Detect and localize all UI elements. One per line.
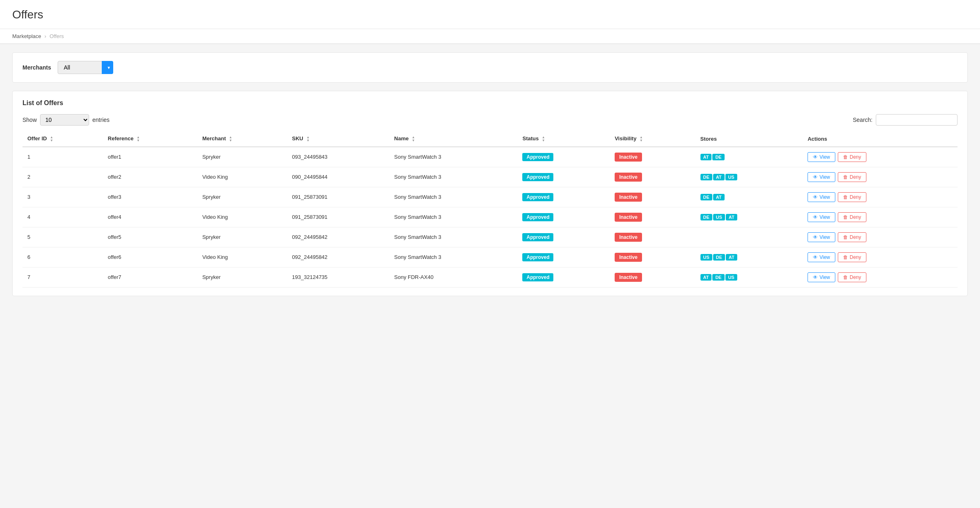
cell-id: 2 [22, 167, 103, 187]
deny-button[interactable]: 🗑 Deny [838, 192, 866, 202]
page-header: Offers [0, 0, 980, 29]
store-tag: DE [700, 214, 712, 220]
trash-icon: 🗑 [843, 214, 848, 220]
status-badge: Approved [522, 173, 553, 181]
deny-label: Deny [850, 174, 861, 180]
deny-button[interactable]: 🗑 Deny [838, 252, 866, 262]
store-tag: DE [700, 194, 712, 200]
status-badge: Approved [522, 213, 553, 221]
cell-status: Approved [517, 247, 610, 267]
cell-id: 7 [22, 267, 103, 287]
sort-reference-icon: ▲▼ [136, 136, 140, 142]
deny-button[interactable]: 🗑 Deny [838, 212, 866, 222]
show-label: Show [22, 117, 37, 123]
cell-merchant: Video King [197, 247, 287, 267]
table-row: 1 offer1 Spryker 093_24495843 Sony Smart… [22, 147, 958, 167]
entries-select[interactable]: 10 25 50 100 [40, 114, 89, 126]
view-button[interactable]: 👁 View [808, 152, 835, 162]
store-tag: AT [700, 154, 712, 160]
search-box: Search: [853, 114, 958, 126]
visibility-badge: Inactive [615, 253, 642, 262]
cell-sku: 091_25873091 [287, 187, 389, 207]
cell-id: 6 [22, 247, 103, 267]
cell-sku: 193_32124735 [287, 267, 389, 287]
cell-actions: 👁 View 🗑 Deny [803, 207, 958, 227]
cell-stores: DEATUS [696, 167, 803, 187]
cell-stores: DEAT [696, 187, 803, 207]
cell-status: Approved [517, 227, 610, 247]
search-label: Search: [853, 117, 873, 123]
table-row: 6 offer6 Video King 092_24495842 Sony Sm… [22, 247, 958, 267]
eye-icon: 👁 [813, 194, 818, 200]
cell-name: Sony SmartWatch 3 [389, 167, 518, 187]
col-merchant[interactable]: Merchant ▲▼ [197, 131, 287, 147]
cell-visibility: Inactive [610, 267, 695, 287]
store-tag: DE [700, 174, 712, 180]
cell-name: Sony SmartWatch 3 [389, 207, 518, 227]
show-entries: Show 10 25 50 100 entries [22, 114, 110, 126]
deny-label: Deny [850, 274, 861, 280]
view-button[interactable]: 👁 View [808, 192, 835, 202]
cell-visibility: Inactive [610, 187, 695, 207]
deny-button[interactable]: 🗑 Deny [838, 272, 866, 282]
cell-actions: 👁 View 🗑 Deny [803, 147, 958, 167]
cell-actions: 👁 View 🗑 Deny [803, 167, 958, 187]
trash-icon: 🗑 [843, 194, 848, 200]
cell-actions: 👁 View 🗑 Deny [803, 267, 958, 287]
view-button[interactable]: 👁 View [808, 252, 835, 262]
merchants-select[interactable]: All Spryker Video King [58, 61, 113, 74]
eye-icon: 👁 [813, 154, 818, 160]
view-button[interactable]: 👁 View [808, 172, 835, 182]
view-button[interactable]: 👁 View [808, 212, 835, 222]
entries-label: entries [92, 117, 110, 123]
col-sku[interactable]: SKU ▲▼ [287, 131, 389, 147]
table-row: 4 offer4 Video King 091_25873091 Sony Sm… [22, 207, 958, 227]
col-offer-id[interactable]: Offer ID ▲▼ [22, 131, 103, 147]
col-name[interactable]: Name ▲▼ [389, 131, 518, 147]
col-reference[interactable]: Reference ▲▼ [103, 131, 197, 147]
cell-visibility: Inactive [610, 167, 695, 187]
cell-reference: offer4 [103, 207, 197, 227]
search-input[interactable] [876, 114, 958, 126]
status-badge: Approved [522, 193, 553, 201]
cell-merchant: Video King [197, 207, 287, 227]
deny-button[interactable]: 🗑 Deny [838, 172, 866, 182]
cell-actions: 👁 View 🗑 Deny [803, 187, 958, 207]
visibility-badge: Inactive [615, 153, 642, 162]
cell-name: Sony SmartWatch 3 [389, 227, 518, 247]
cell-visibility: Inactive [610, 207, 695, 227]
cell-visibility: Inactive [610, 247, 695, 267]
deny-button[interactable]: 🗑 Deny [838, 152, 866, 162]
view-label: View [819, 254, 830, 260]
sort-visibility-icon: ▲▼ [640, 136, 643, 142]
deny-label: Deny [850, 234, 861, 240]
store-tag: US [700, 254, 712, 261]
visibility-badge: Inactive [615, 233, 642, 242]
sort-offer-id-icon: ▲▼ [50, 136, 53, 142]
breadcrumb-separator: › [45, 33, 46, 39]
view-label: View [819, 174, 830, 180]
visibility-badge: Inactive [615, 273, 642, 282]
col-visibility[interactable]: Visibility ▲▼ [610, 131, 695, 147]
eye-icon: 👁 [813, 234, 818, 240]
view-button[interactable]: 👁 View [808, 232, 835, 242]
cell-status: Approved [517, 167, 610, 187]
col-status[interactable]: Status ▲▼ [517, 131, 610, 147]
table-row: 7 offer7 Spryker 193_32124735 Sony FDR-A… [22, 267, 958, 287]
sort-name-icon: ▲▼ [412, 136, 415, 142]
table-header: Offer ID ▲▼ Reference ▲▼ Merchant ▲▼ SKU… [22, 131, 958, 147]
col-stores: Stores [696, 131, 803, 147]
cell-stores: USDEAT [696, 247, 803, 267]
deny-button[interactable]: 🗑 Deny [838, 232, 866, 242]
trash-icon: 🗑 [843, 234, 848, 240]
breadcrumb-parent[interactable]: Marketplace [12, 33, 41, 39]
status-badge: Approved [522, 273, 553, 281]
sort-status-icon: ▲▼ [542, 136, 545, 142]
trash-icon: 🗑 [843, 174, 848, 180]
cell-stores: DEUSAT [696, 207, 803, 227]
cell-merchant: Spryker [197, 267, 287, 287]
cell-name: Sony SmartWatch 3 [389, 247, 518, 267]
view-label: View [819, 274, 830, 280]
store-tag: AT [726, 254, 737, 261]
view-button[interactable]: 👁 View [808, 272, 835, 282]
